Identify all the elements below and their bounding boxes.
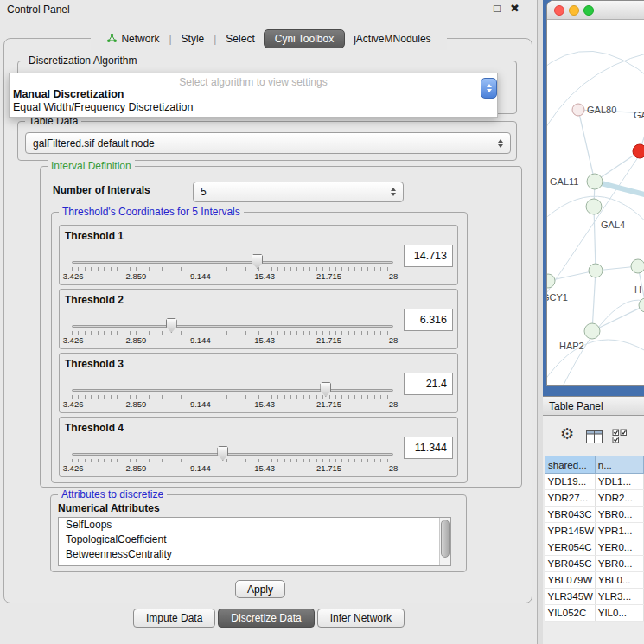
slider-tickmarks: [72, 395, 393, 399]
tab-select[interactable]: Select: [217, 30, 263, 48]
threshold-3-value-field[interactable]: 21.4: [404, 373, 453, 395]
table-row[interactable]: YER054CYER0...: [545, 539, 644, 556]
slider-track: [72, 261, 393, 264]
threshold-1-slider[interactable]: -3.4262.8599.14415.4321.71528: [72, 250, 393, 283]
table-row[interactable]: YPR145WYPR1...: [545, 523, 644, 539]
network-node[interactable]: [631, 259, 644, 273]
close-traffic-light-icon[interactable]: [554, 5, 564, 16]
table-cell[interactable]: YBR045C: [545, 556, 596, 572]
tab-impute-data[interactable]: Impute Data: [133, 609, 215, 628]
table-row[interactable]: YDR27...YDR2...: [545, 490, 644, 507]
tab-infer-network[interactable]: Infer Network: [317, 609, 405, 628]
table-cell[interactable]: YLR3...: [595, 589, 643, 605]
table-cell[interactable]: YER0...: [595, 539, 643, 556]
zoom-traffic-light-icon[interactable]: [583, 5, 594, 16]
tab-label: jActiveMNodules: [354, 33, 430, 45]
table-cell[interactable]: YER054C: [545, 539, 596, 556]
network-svg: GAL80GAGAL11GAL4GCY1HAP2H: [547, 20, 644, 386]
control-panel: Control Panel □ ✖: [0, 0, 538, 644]
float-window-icon[interactable]: □: [494, 2, 501, 15]
algorithm-option-equal-width[interactable]: Equal Width/Frequency Discretization: [13, 101, 491, 113]
threshold-1-box: Threshold 1 -3.4262.8599.14415.4321.7152…: [59, 225, 458, 285]
table-data-combo[interactable]: galFiltered.sif default node: [25, 132, 511, 154]
table-cell[interactable]: YBL0...: [595, 572, 643, 589]
table-row[interactable]: YBL079WYBL0...: [545, 572, 644, 589]
slider-scale-label: 2.859: [126, 463, 147, 473]
threshold-4-slider[interactable]: -3.4262.8599.14415.4321.71528: [72, 442, 393, 475]
tab-discretize-data[interactable]: Discretize Data: [218, 609, 314, 628]
network-node-label: GAL80: [587, 105, 616, 115]
network-view-window[interactable]: GAL80GAGAL11GAL4GCY1HAP2H: [546, 0, 644, 386]
threshold-1-value-field[interactable]: 14.713: [404, 245, 453, 267]
table-cell[interactable]: YBL079W: [545, 572, 596, 589]
table-data-group: Table Data galFiltered.sif default node: [17, 121, 517, 161]
table-cell[interactable]: YDR2...: [595, 490, 643, 507]
network-node[interactable]: [547, 274, 555, 288]
columns-icon[interactable]: [586, 430, 603, 443]
column-visibility-icon[interactable]: [612, 429, 629, 443]
slider-tickmarks: [72, 459, 393, 462]
algorithm-prompt: Select algorithm to view settings: [10, 76, 497, 88]
table-row[interactable]: YBR043CYBR0...: [545, 507, 644, 523]
threshold-2-slider[interactable]: -3.4262.8599.14415.4321.71528: [72, 314, 393, 347]
table-row[interactable]: YDL19...YDL1...: [545, 474, 644, 490]
table-cell[interactable]: YDL19...: [545, 474, 596, 490]
slider-scale-label: 9.144: [190, 335, 211, 345]
network-node[interactable]: [584, 323, 600, 339]
close-panel-icon[interactable]: ✖: [510, 2, 520, 15]
table-cell[interactable]: YIL052C: [545, 605, 596, 622]
network-node[interactable]: [572, 104, 584, 116]
network-edge: [547, 141, 644, 305]
table-cell[interactable]: YLR345W: [545, 589, 596, 605]
tab-style[interactable]: Style: [173, 30, 214, 48]
table-cell[interactable]: YBR0...: [595, 556, 643, 572]
tab-label: Style: [182, 33, 205, 45]
attributes-group: Attributes to discretize Numerical Attri…: [50, 494, 467, 572]
attribute-list-item[interactable]: TopologicalCoefficient: [59, 532, 450, 547]
thresholds-group: Threshold's Coordinates for 5 Intervals …: [51, 212, 468, 483]
gear-icon[interactable]: ⚙: [560, 426, 574, 442]
attribute-list-item[interactable]: SelfLoops: [59, 518, 450, 532]
table-row[interactable]: YLR345WYLR3...: [545, 589, 644, 605]
apply-button[interactable]: Apply: [235, 580, 285, 598]
slider-scale-label: 21.715: [316, 335, 341, 345]
network-node[interactable]: [587, 174, 603, 189]
combo-value: galFiltered.sif default node: [33, 137, 155, 150]
table-cell[interactable]: YDR27...: [545, 490, 596, 507]
table-row[interactable]: YIL052CYIL0...: [545, 605, 644, 622]
numerical-attributes-list[interactable]: SelfLoopsTopologicalCoefficientBetweenne…: [58, 517, 451, 566]
network-node[interactable]: [586, 199, 602, 214]
threshold-2-value-field[interactable]: 6.316: [404, 309, 453, 331]
table-cell[interactable]: YBR043C: [545, 507, 596, 523]
tab-jactivemnodules[interactable]: jActiveMNodules: [345, 30, 439, 48]
table-cell[interactable]: YIL0...: [595, 605, 643, 622]
group-title: Discretization Algorithm: [25, 54, 140, 67]
column-header-shared[interactable]: shared...: [545, 456, 596, 474]
table-row[interactable]: YBR045CYBR0...: [545, 556, 644, 572]
tab-cyni-toolbox[interactable]: Cyni Toolbox: [264, 29, 345, 48]
table-cell[interactable]: YDL1...: [595, 474, 643, 490]
slider-track: [72, 325, 393, 328]
network-canvas[interactable]: GAL80GAGAL11GAL4GCY1HAP2H: [547, 20, 644, 386]
table-cell[interactable]: YPR145W: [545, 523, 596, 539]
number-of-intervals-combo[interactable]: 5: [193, 182, 404, 202]
algorithm-option-manual[interactable]: Manual Discretization: [13, 88, 491, 100]
slider-scale-label: 15.43: [254, 271, 275, 281]
minimize-traffic-light-icon[interactable]: [569, 5, 579, 16]
list-scrollbar[interactable]: [439, 518, 450, 565]
algorithm-combo-stepper-icon[interactable]: [481, 78, 497, 99]
table-cell[interactable]: YPR1...: [595, 523, 643, 539]
column-header-name[interactable]: n...: [595, 456, 643, 474]
right-region: GAL80GAGAL11GAL4GCY1HAP2H Table Panel ⚙: [543, 0, 644, 644]
slider-scale-label: 28: [389, 463, 399, 473]
threshold-3-slider[interactable]: -3.4262.8599.14415.4321.71528: [72, 378, 393, 411]
slider-scale-label: 15.43: [254, 399, 275, 409]
scrollbar-thumb[interactable]: [441, 520, 450, 558]
table-cell[interactable]: YBR0...: [595, 507, 643, 523]
slider-tickmarks: [72, 331, 393, 335]
threshold-4-value-field[interactable]: 11.344: [404, 437, 453, 459]
tab-network[interactable]: Network: [98, 30, 168, 48]
network-node[interactable]: [589, 264, 603, 277]
attribute-list-item[interactable]: BetweennessCentrality: [59, 547, 450, 562]
network-node[interactable]: [633, 144, 644, 158]
